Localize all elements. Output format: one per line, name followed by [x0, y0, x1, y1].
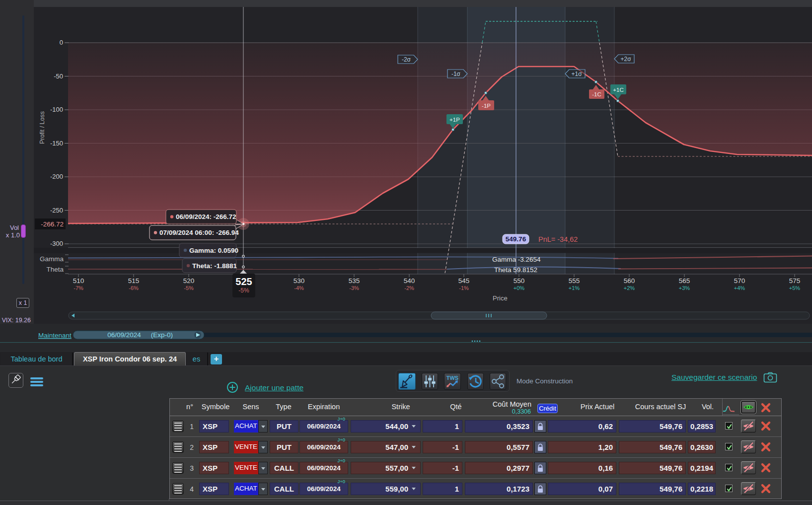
svg-text:Gamma: 0.0590: Gamma: 0.0590 [189, 247, 238, 254]
svg-text:+0%: +0% [514, 285, 525, 291]
svg-text:575: 575 [789, 277, 801, 285]
svg-text:-50: -50 [54, 72, 63, 80]
svg-text:-150: -150 [50, 140, 63, 147]
svg-text:+2σ: +2σ [620, 56, 631, 63]
svg-text:TWS: TWS [446, 375, 458, 381]
svg-text:+5%: +5% [789, 285, 801, 291]
svg-text:525: 525 [235, 276, 252, 287]
svg-text:-5%: -5% [238, 287, 249, 294]
svg-text:07/09/2024 06:00: -266.94: 07/09/2024 06:00: -266.94 [159, 229, 239, 236]
svg-text:+1P: +1P [449, 117, 460, 123]
svg-text:-2σ: -2σ [402, 56, 411, 63]
svg-text:565: 565 [679, 277, 690, 285]
svg-text:-300: -300 [50, 240, 63, 247]
svg-text:535: 535 [349, 277, 360, 285]
svg-text:-2%: -2% [404, 285, 414, 291]
svg-text:Gamma: Gamma [40, 255, 64, 263]
svg-text:570: 570 [734, 277, 745, 285]
svg-text:Profit / Loss: Profit / Loss [39, 111, 46, 144]
svg-text:510: 510 [73, 277, 84, 285]
svg-text:-5%: -5% [184, 285, 194, 291]
svg-text:-1%: -1% [459, 285, 469, 291]
svg-text:+1σ: +1σ [571, 71, 582, 77]
svg-text:PnL= -34,62: PnL= -34,62 [538, 235, 578, 243]
svg-text:520: 520 [183, 277, 195, 285]
svg-text:540: 540 [404, 277, 415, 285]
svg-text:Gamma -3.2654: Gamma -3.2654 [492, 256, 541, 263]
svg-text:515: 515 [128, 277, 140, 285]
svg-text:530: 530 [294, 277, 305, 285]
svg-text:-200: -200 [50, 173, 63, 180]
svg-text:-100: -100 [50, 106, 63, 113]
svg-text:549.76: 549.76 [506, 235, 526, 243]
svg-text:+3%: +3% [679, 285, 690, 291]
svg-text:-266.72: -266.72 [41, 220, 64, 228]
svg-text:560: 560 [624, 277, 635, 285]
svg-text:+2%: +2% [624, 285, 635, 291]
svg-text:555: 555 [569, 277, 580, 285]
svg-text:-250: -250 [50, 207, 63, 214]
svg-text:0: 0 [60, 39, 63, 46]
svg-text:-1P: -1P [482, 103, 491, 109]
svg-text:-7%: -7% [74, 285, 83, 291]
svg-text:Theta 59.8152: Theta 59.8152 [494, 266, 537, 274]
svg-text:-1C: -1C [592, 91, 601, 97]
svg-text:-4%: -4% [294, 285, 304, 291]
svg-text:Maintenant: Maintenant [38, 332, 72, 339]
svg-text:+1%: +1% [569, 285, 580, 291]
svg-text:Theta: -1.8881: Theta: -1.8881 [192, 262, 237, 270]
svg-text:(Exp-0): (Exp-0) [151, 331, 173, 339]
svg-text:-1σ: -1σ [451, 71, 461, 77]
svg-text:+4%: +4% [734, 285, 745, 291]
svg-text:Theta: Theta [46, 266, 64, 273]
svg-text:545: 545 [458, 277, 470, 285]
svg-text:06/09/2024: -266.72: 06/09/2024: -266.72 [176, 213, 236, 220]
svg-text:Price: Price [493, 294, 508, 302]
svg-text:+1C: +1C [613, 87, 623, 93]
svg-text:06/09/2024: 06/09/2024 [107, 331, 141, 339]
svg-text:-3%: -3% [349, 285, 359, 291]
svg-text:550: 550 [514, 277, 525, 285]
svg-text:-6%: -6% [129, 285, 139, 291]
